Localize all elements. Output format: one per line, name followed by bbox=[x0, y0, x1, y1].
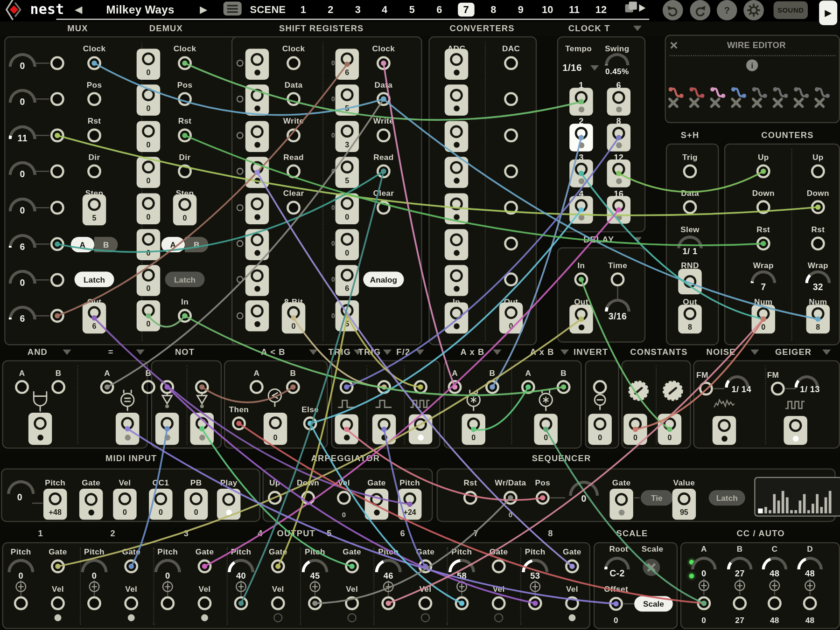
adc-port-7[interactable] bbox=[445, 265, 469, 296]
output8-gate-port[interactable] bbox=[565, 560, 579, 574]
counter1-num-port[interactable]: 0 bbox=[752, 305, 776, 333]
seq-tie-button[interactable]: Tie bbox=[641, 490, 673, 505]
scale-tools-icon[interactable] bbox=[641, 557, 662, 581]
mux-in-4[interactable] bbox=[50, 164, 64, 178]
mux-clock-port[interactable] bbox=[87, 56, 101, 70]
wire-editor-close-icon[interactable]: × bbox=[670, 37, 678, 54]
sr1-8bit-port[interactable]: 0 bbox=[282, 303, 306, 334]
wire-style-icon-3[interactable] bbox=[708, 84, 728, 111]
sr1-led-7[interactable] bbox=[237, 276, 244, 283]
mux-rst-port[interactable] bbox=[87, 128, 101, 142]
alb-then-port[interactable] bbox=[232, 416, 246, 430]
sr2-out-4[interactable]: 5 bbox=[336, 157, 359, 188]
sr1-out-5[interactable] bbox=[245, 193, 269, 224]
output1-pitch-port[interactable] bbox=[14, 596, 28, 610]
trig1-out-port[interactable] bbox=[335, 414, 358, 444]
mux-ab-toggle-b[interactable]: B bbox=[94, 237, 118, 252]
noise-fm-port[interactable] bbox=[699, 381, 713, 395]
sr1-clear-port[interactable] bbox=[287, 201, 301, 215]
not2-in-port[interactable] bbox=[195, 380, 209, 394]
scene-7[interactable]: 7 bbox=[458, 3, 474, 17]
mux-in-3[interactable] bbox=[50, 128, 64, 142]
patch-name[interactable]: Milkey Ways bbox=[106, 3, 175, 16]
scene-11[interactable]: 11 bbox=[569, 4, 580, 15]
demux-latch-button[interactable]: Latch bbox=[165, 272, 205, 287]
axb2-dropdown[interactable] bbox=[560, 350, 569, 355]
dac-out-port[interactable]: 0 bbox=[499, 303, 523, 334]
dac-port-6[interactable] bbox=[504, 236, 518, 250]
sr1-read-port[interactable] bbox=[287, 164, 301, 178]
sh-data-port[interactable] bbox=[683, 200, 697, 214]
mux-latch-button[interactable]: Latch bbox=[75, 272, 114, 287]
scene-5[interactable]: 5 bbox=[409, 4, 415, 15]
demux-ab-toggle[interactable]: AB bbox=[161, 237, 209, 252]
arp-up-port[interactable] bbox=[268, 491, 282, 505]
not1-in-port[interactable] bbox=[160, 380, 174, 394]
sr1-data-port[interactable] bbox=[287, 92, 301, 106]
wire-style-icon-6[interactable] bbox=[771, 84, 790, 111]
demux-ab-toggle-b[interactable]: B bbox=[185, 237, 209, 252]
alb-out-port[interactable]: 0 bbox=[264, 413, 287, 445]
sr2-clock-port[interactable] bbox=[377, 56, 391, 70]
midi-cc1-port[interactable]: 0 bbox=[149, 489, 173, 520]
demux-out-2[interactable]: 0 bbox=[137, 84, 161, 116]
constant2-knob[interactable] bbox=[661, 379, 685, 405]
sr1-out-1[interactable] bbox=[245, 48, 269, 80]
output2-gate-port[interactable] bbox=[124, 560, 138, 574]
mux-in-1[interactable] bbox=[50, 56, 64, 70]
constant1-out-port[interactable]: 0 bbox=[623, 414, 647, 445]
trig2-dropdown[interactable] bbox=[383, 350, 392, 355]
midi-pitch-port[interactable]: +48 bbox=[43, 489, 67, 520]
demux-out-4[interactable]: 0 bbox=[137, 157, 161, 188]
noise-dropdown[interactable] bbox=[750, 350, 759, 355]
demux-out-8[interactable]: 0 bbox=[137, 300, 161, 332]
sr2-out-5[interactable]: 0 bbox=[336, 193, 359, 224]
not2-out-port[interactable] bbox=[190, 413, 214, 445]
clock-div-16[interactable] bbox=[607, 196, 631, 224]
sr2-read-port[interactable] bbox=[377, 164, 391, 178]
dac-port-4[interactable] bbox=[504, 164, 518, 178]
alb-a-port[interactable] bbox=[250, 380, 264, 394]
seq-step-display[interactable] bbox=[754, 477, 840, 517]
scene-3[interactable]: 3 bbox=[355, 4, 361, 15]
output8-pitch-port[interactable] bbox=[528, 596, 542, 610]
wire-style-icon-1[interactable] bbox=[666, 84, 686, 111]
scene-9[interactable]: 9 bbox=[518, 4, 524, 15]
sr1-write-port[interactable] bbox=[287, 128, 301, 142]
alb-else-port[interactable] bbox=[303, 416, 317, 430]
cc-a-port[interactable] bbox=[697, 596, 711, 610]
seq-latch-button[interactable]: Latch bbox=[709, 490, 745, 505]
scene-12[interactable]: 12 bbox=[595, 4, 607, 15]
scene-10[interactable]: 10 bbox=[542, 4, 553, 15]
sr2-out-1[interactable]: 6 bbox=[336, 48, 359, 80]
output7-vel-port[interactable] bbox=[492, 596, 506, 610]
dac-port-7[interactable] bbox=[504, 272, 518, 286]
axb1-a-port[interactable] bbox=[448, 380, 462, 394]
output1-vel-port[interactable] bbox=[51, 596, 65, 610]
undo-button[interactable] bbox=[663, 0, 683, 21]
arp-gate-port[interactable] bbox=[365, 489, 389, 520]
output1-gate-port[interactable] bbox=[51, 560, 65, 574]
and-b-port[interactable] bbox=[51, 380, 65, 394]
adc-port-3[interactable] bbox=[445, 121, 469, 152]
alb-dropdown[interactable] bbox=[309, 350, 317, 355]
adc-in-port[interactable] bbox=[445, 303, 469, 334]
sr1-out-8[interactable] bbox=[245, 300, 269, 332]
mux-in-2[interactable] bbox=[50, 92, 64, 106]
f2-out-port[interactable] bbox=[409, 414, 433, 444]
scene-2[interactable]: 2 bbox=[328, 4, 333, 15]
output3-pitch-port[interactable] bbox=[161, 596, 175, 610]
demux-out-3[interactable]: 0 bbox=[137, 121, 161, 152]
noise-out-port[interactable] bbox=[713, 416, 736, 445]
eq-b-port[interactable] bbox=[141, 380, 155, 394]
sr2-out-2[interactable]: 5 bbox=[336, 84, 359, 116]
sh-out-port[interactable]: 8 bbox=[678, 305, 702, 333]
clock-div-3[interactable] bbox=[569, 159, 593, 187]
output6-vel-port[interactable] bbox=[419, 596, 433, 610]
demux-clock-port[interactable] bbox=[178, 56, 192, 70]
output2-pitch-port[interactable] bbox=[87, 596, 101, 610]
sr2-out-6[interactable]: 0 bbox=[336, 229, 359, 260]
sr2-write-port[interactable] bbox=[377, 128, 391, 142]
counter1-down-port[interactable] bbox=[756, 200, 770, 214]
output8-vel-port[interactable] bbox=[565, 596, 579, 610]
